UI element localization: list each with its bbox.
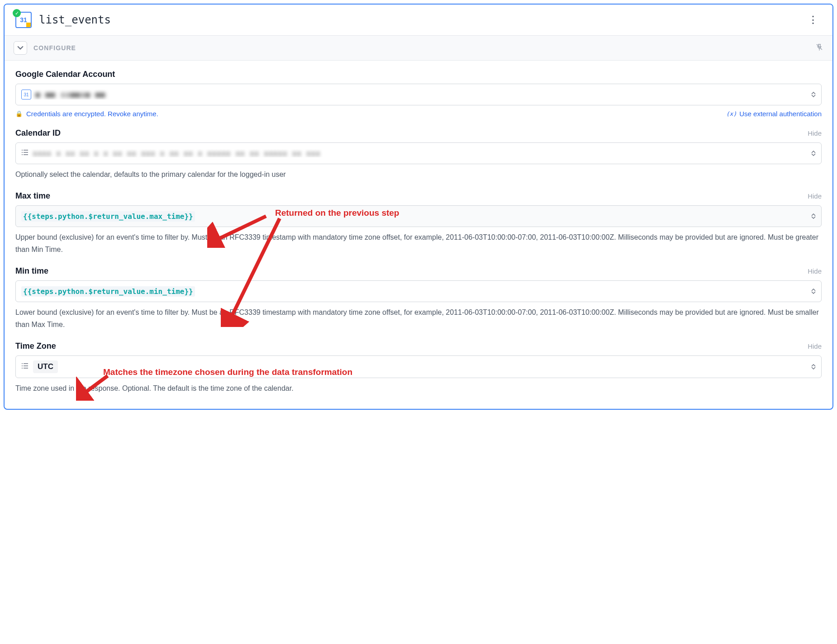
max-time-desc: Upper bound (exclusive) for an event's t…	[15, 232, 822, 256]
variable-icon: (x)	[726, 110, 737, 117]
section-label: CONFIGURE	[33, 44, 815, 52]
step-title: list_events	[39, 14, 804, 26]
external-auth-link[interactable]: (x) Use external authentication	[726, 110, 822, 118]
time-zone-value: UTC	[33, 360, 58, 373]
encrypted-note: 🔒 Credentials are encrypted. Revoke anyt…	[15, 110, 726, 118]
calendar-id-label: Calendar ID	[15, 128, 808, 138]
stepper-icon[interactable]	[811, 289, 816, 294]
config-body: Google Calendar Account 31 ■ ■■ ▮▮■■▮■ ■…	[5, 61, 832, 409]
field-calendar-id: Calendar ID Hide ▮▮▮▮ ▮ ▮▮ ▮▮ ▮ ▮ ▮▮ ▮▮ …	[15, 128, 822, 180]
field-time-zone: Time Zone Hide UTC Time zone used in the…	[15, 341, 822, 394]
stepper-icon[interactable]	[811, 92, 816, 97]
hide-link[interactable]: Hide	[808, 267, 822, 275]
time-zone-select[interactable]: UTC	[15, 355, 822, 378]
min-time-desc: Lower bound (exclusive) for an event's t…	[15, 307, 822, 331]
list-icon	[21, 363, 29, 371]
google-calendar-icon: 31	[21, 90, 31, 99]
card-header: 31 ✓ list_events ⋮	[5, 5, 832, 35]
kebab-menu-icon[interactable]: ⋮	[804, 12, 822, 28]
max-time-label: Max time	[15, 191, 808, 201]
max-time-value: {{steps.python.$return_value.max_time}}	[21, 211, 195, 222]
step-icon-wrapper: 31 ✓	[15, 12, 32, 28]
lock-icon: 🔒	[15, 110, 23, 117]
stepper-icon[interactable]	[811, 364, 816, 369]
account-value-redacted: ■ ■■ ▮▮■■▮■ ■■	[36, 90, 105, 99]
list-icon	[21, 149, 29, 157]
step-card: 31 ✓ list_events ⋮ CONFIGURE Google Cale…	[4, 4, 833, 410]
calendar-id-select[interactable]: ▮▮▮▮ ▮ ▮▮ ▮▮ ▮ ▮ ▮▮ ▮▮ ▮▮▮ ▮ ▮▮ ▮▮ ▮ ▮▮▮…	[15, 142, 822, 164]
unpin-icon[interactable]	[815, 43, 823, 53]
configure-section-bar: CONFIGURE	[5, 35, 832, 61]
chevron-down-icon	[17, 45, 24, 51]
min-time-input[interactable]: {{steps.python.$return_value.min_time}}	[15, 280, 822, 302]
hide-link[interactable]: Hide	[808, 192, 822, 200]
collapse-toggle[interactable]	[14, 41, 27, 55]
field-max-time: Max time Hide {{steps.python.$return_val…	[15, 191, 822, 256]
min-time-value: {{steps.python.$return_value.min_time}}	[21, 286, 195, 297]
field-min-time: Min time Hide {{steps.python.$return_val…	[15, 266, 822, 331]
account-label: Google Calendar Account	[15, 70, 822, 79]
calendar-id-desc: Optionally select the calendar, defaults…	[15, 169, 822, 180]
hide-link[interactable]: Hide	[808, 129, 822, 137]
check-badge-icon: ✓	[13, 9, 21, 17]
hide-link[interactable]: Hide	[808, 342, 822, 350]
time-zone-label: Time Zone	[15, 341, 808, 351]
stepper-icon[interactable]	[811, 213, 816, 219]
stepper-icon[interactable]	[811, 151, 816, 156]
min-time-label: Min time	[15, 266, 808, 276]
account-select[interactable]: 31 ■ ■■ ▮▮■■▮■ ■■	[15, 84, 822, 105]
field-account: Google Calendar Account 31 ■ ■■ ▮▮■■▮■ ■…	[15, 70, 822, 118]
time-zone-desc: Time zone used in the response. Optional…	[15, 383, 822, 394]
calendar-id-value-redacted: ▮▮▮▮ ▮ ▮▮ ▮▮ ▮ ▮ ▮▮ ▮▮ ▮▮▮ ▮ ▮▮ ▮▮ ▮ ▮▮▮…	[33, 150, 321, 157]
max-time-input[interactable]: {{steps.python.$return_value.max_time}}	[15, 205, 822, 227]
